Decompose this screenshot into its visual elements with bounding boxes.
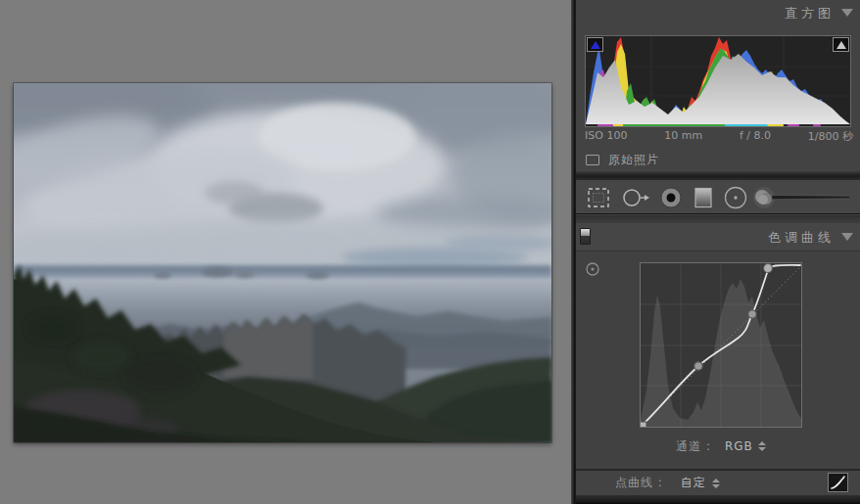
curve-point-black bbox=[641, 422, 646, 427]
original-photo-checkbox[interactable] bbox=[586, 155, 599, 165]
photo-canvas[interactable] bbox=[14, 83, 551, 442]
tone-curve-header[interactable]: 色调曲线 bbox=[576, 223, 860, 250]
tone-curve-title: 色调曲线 bbox=[768, 229, 835, 247]
channel-row: 通道 : RGB bbox=[640, 437, 802, 455]
shadow-clipping-triangle-icon bbox=[591, 41, 600, 49]
panel-bottom-edge bbox=[576, 495, 860, 504]
curve-point-shadows bbox=[694, 362, 702, 370]
curve-point-highlights bbox=[764, 264, 773, 273]
point-curve-label: 点曲线 : bbox=[615, 475, 663, 491]
original-photo-row: 原始照片 bbox=[586, 150, 659, 169]
section-separator bbox=[576, 215, 860, 223]
section-separator bbox=[576, 171, 860, 180]
updown-arrows-icon[interactable] bbox=[758, 441, 766, 451]
histogram-chart bbox=[586, 36, 850, 126]
histogram-title: 直方图 bbox=[785, 5, 835, 23]
curve-point-lights bbox=[748, 310, 756, 318]
updown-arrows-icon[interactable] bbox=[712, 479, 720, 488]
point-curve-row: 点曲线 : 自定 bbox=[576, 471, 860, 495]
right-panel: 直方图 bbox=[576, 0, 860, 504]
histogram-header[interactable]: 直方图 bbox=[576, 0, 860, 26]
exif-focal-length: 10 mm bbox=[664, 129, 702, 145]
collapse-triangle-icon[interactable] bbox=[841, 9, 853, 17]
tone-curve-graph[interactable] bbox=[640, 262, 802, 428]
highlight-clipping-indicator[interactable] bbox=[833, 37, 849, 52]
exif-iso: ISO 100 bbox=[585, 129, 627, 145]
landscape-photo bbox=[14, 83, 551, 442]
radial-filter-tool-icon[interactable] bbox=[721, 180, 750, 214]
adjustment-brush-tool-icon[interactable] bbox=[752, 180, 854, 214]
histogram-box[interactable] bbox=[585, 35, 851, 127]
red-eye-tool-icon[interactable] bbox=[657, 180, 685, 214]
channel-select[interactable]: RGB bbox=[725, 439, 766, 453]
lightroom-develop-window: 直方图 bbox=[0, 0, 860, 504]
edit-point-curve-button[interactable] bbox=[828, 473, 848, 492]
tool-strip bbox=[576, 180, 860, 214]
crop-tool-icon[interactable] bbox=[584, 180, 613, 214]
exif-shutter: 1/800 秒 bbox=[808, 129, 853, 145]
collapse-triangle-icon[interactable] bbox=[841, 233, 853, 241]
point-curve-value[interactable]: 自定 bbox=[681, 475, 706, 491]
channel-label: 通道 : bbox=[676, 438, 711, 455]
panel-switch-toggle[interactable] bbox=[580, 228, 591, 245]
channel-value[interactable]: RGB bbox=[725, 439, 753, 453]
target-adjustment-icon[interactable] bbox=[585, 261, 600, 277]
spot-removal-tool-icon[interactable] bbox=[620, 180, 651, 214]
graduated-filter-tool-icon[interactable] bbox=[690, 180, 717, 214]
tone-curve-body: 通道 : RGB bbox=[576, 251, 860, 469]
original-photo-label: 原始照片 bbox=[608, 152, 659, 168]
shadow-clipping-indicator[interactable] bbox=[587, 37, 603, 52]
exif-aperture: f / 8.0 bbox=[740, 129, 771, 145]
exif-info-row: ISO 100 10 mm f / 8.0 1/800 秒 bbox=[585, 129, 853, 145]
highlight-clipping-triangle-icon bbox=[836, 41, 846, 49]
